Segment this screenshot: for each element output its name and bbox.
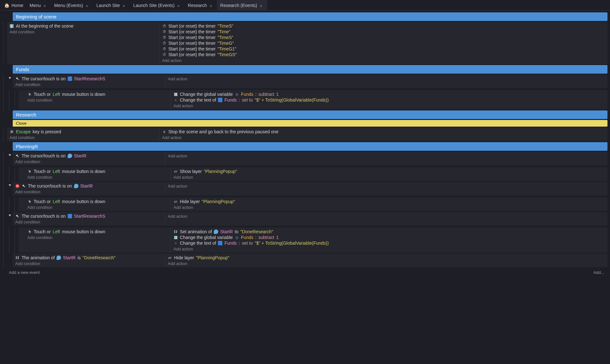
layer-icon xyxy=(173,169,178,174)
tab-menu-events[interactable]: Menu (Events) xyxy=(51,0,93,10)
close-icon[interactable] xyxy=(85,3,90,8)
condition-line[interactable]: The cursor/touch is on StartR xyxy=(15,153,162,159)
action-line[interactable]: Change the text of Funds: set to "$" + T… xyxy=(173,240,605,246)
add-condition-link[interactable]: Add condition xyxy=(15,82,40,87)
object-ref: Funds xyxy=(224,241,237,246)
action-line[interactable]: Start (or reset) the timer "TimeS" xyxy=(162,23,605,29)
event-row[interactable]: The cursor/touch is on StartR Add condit… xyxy=(13,152,607,165)
action-line[interactable]: Change the global variable Funds: subtra… xyxy=(173,235,605,240)
tab-home[interactable]: 🏠 Home xyxy=(1,0,26,10)
add-new-event-link[interactable]: Add a new event xyxy=(9,269,40,275)
pause-icon xyxy=(162,129,166,134)
tab-launch-site[interactable]: Launch Site xyxy=(93,0,130,10)
tab-research-events[interactable]: Research (Events) xyxy=(217,0,267,10)
condition-line[interactable]: The cursor/touch is on StartResearchS xyxy=(15,213,162,219)
comment-bar[interactable]: Close xyxy=(13,120,607,127)
tab-label: Home xyxy=(11,3,23,8)
add-condition-link[interactable]: Add condition xyxy=(27,97,52,103)
action-line[interactable]: Start (or reset) the timer "TimeGS" xyxy=(162,52,605,57)
condition-line[interactable]: Touch or Left mouse button is down xyxy=(27,169,168,174)
close-icon[interactable] xyxy=(43,3,48,8)
add-condition-link[interactable]: Add condition xyxy=(27,235,52,240)
layer-icon xyxy=(168,255,172,260)
tab-research[interactable]: Research xyxy=(185,0,217,10)
add-action-link[interactable]: Add action xyxy=(173,204,193,210)
condition-line[interactable]: The cursor/touch is on StartR xyxy=(15,183,162,189)
event-row[interactable]: The cursor/touch is on StartResearchS Ad… xyxy=(13,75,607,88)
add-action-link[interactable]: Add action xyxy=(168,213,187,219)
fold-toggle[interactable] xyxy=(7,212,13,216)
tab-menu[interactable]: Menu xyxy=(26,0,51,10)
action-line[interactable]: Change the global variable Funds: subtra… xyxy=(173,91,605,97)
group-header-planningr[interactable]: PlanningR xyxy=(13,142,607,151)
group-header-research[interactable]: Research xyxy=(13,110,607,119)
global-icon xyxy=(235,92,239,96)
event-row[interactable]: Touch or Left mouse button is down Add c… xyxy=(18,90,607,109)
fold-gutter xyxy=(1,65,7,66)
add-action-link[interactable]: Add action xyxy=(173,103,193,108)
tab-launch-site-events[interactable]: Launch Site (Events) xyxy=(130,0,185,10)
object-ref: Funds xyxy=(224,97,237,103)
action-line[interactable]: Start (or reset) the timer "TimeG1" xyxy=(162,46,605,52)
add-action-link[interactable]: Add action xyxy=(162,57,181,63)
action-line[interactable]: Hide layer "PlanningPopup" xyxy=(168,255,605,261)
fold-toggle[interactable] xyxy=(7,152,13,156)
group-header-beginning[interactable]: Beginning of scene xyxy=(13,12,607,21)
action-line[interactable]: Start (or reset) the timer "TimeG" xyxy=(162,40,605,46)
condition-line[interactable]: The cursor/touch is on StartResearchS xyxy=(15,76,162,82)
fold-gutter xyxy=(1,142,7,143)
timer-icon xyxy=(162,41,166,45)
condition-line[interactable]: At the beginning of the scene xyxy=(10,23,157,29)
add-action-link[interactable]: Add action xyxy=(162,135,181,140)
action-line[interactable]: Change the text of Funds: set to "$" + T… xyxy=(173,97,605,103)
add-action-link[interactable]: Add action xyxy=(168,153,187,158)
action-line[interactable]: Show layer "PlanningPopup" xyxy=(173,169,605,174)
action-line[interactable]: Stop the scene and go back to the previo… xyxy=(162,129,605,135)
event-row[interactable]: Escape key is pressed Add condition Stop… xyxy=(7,128,607,141)
event-row[interactable]: The cursor/touch is on StartR Add condit… xyxy=(13,182,607,195)
close-icon[interactable] xyxy=(260,3,264,8)
add-action-link[interactable]: Add action xyxy=(168,76,187,81)
add-dots-link[interactable]: Add... xyxy=(593,269,604,275)
fold-toggle[interactable] xyxy=(7,182,13,186)
events-area: Beginning of scene At the beginning of t… xyxy=(0,10,610,279)
group-header-funds[interactable]: Funds xyxy=(13,65,607,74)
action-line[interactable]: Start (or reset) the timer "Time" xyxy=(162,29,605,35)
sprite-icon xyxy=(218,98,222,102)
condition-line[interactable]: Touch or Left mouse button is down xyxy=(27,229,168,235)
action-line[interactable]: Hide layer "PlanningPopup" xyxy=(173,199,605,204)
event-row[interactable]: Touch or Left mouse button is down Add c… xyxy=(18,167,607,181)
close-icon[interactable] xyxy=(209,3,214,8)
condition-line[interactable]: Touch or Left mouse button is down xyxy=(27,91,168,97)
conditions-column: Touch or Left mouse button is down Add c… xyxy=(18,90,171,109)
event-row[interactable]: Touch or Left mouse button is down Add c… xyxy=(18,197,607,211)
add-condition-link[interactable]: Add condition xyxy=(27,204,52,210)
add-condition-link[interactable]: Add condition xyxy=(15,189,40,194)
event-row[interactable]: Touch or Left mouse button is down Add c… xyxy=(18,228,607,253)
add-condition-link[interactable]: Add condition xyxy=(10,29,35,34)
action-line[interactable]: Set animation of StartR to "DoneResearch… xyxy=(173,229,605,235)
add-condition-link[interactable]: Add condition xyxy=(27,174,52,180)
fold-toggle[interactable] xyxy=(7,75,13,79)
add-action-link[interactable]: Add action xyxy=(173,174,193,180)
add-action-link[interactable]: Add action xyxy=(168,183,187,189)
close-icon[interactable] xyxy=(177,3,181,8)
add-action-link[interactable]: Add action xyxy=(168,261,187,266)
add-condition-link[interactable]: Add condition xyxy=(15,159,40,164)
close-icon[interactable] xyxy=(122,3,127,8)
add-condition-link[interactable]: Add condition xyxy=(15,261,40,266)
add-action-link[interactable]: Add action xyxy=(173,246,193,251)
condition-line[interactable]: Escape key is pressed xyxy=(10,129,157,135)
event-row[interactable]: At the beginning of the scene Add condit… xyxy=(7,22,607,64)
timer-icon xyxy=(162,47,166,51)
cursor-icon xyxy=(15,214,20,218)
condition-line[interactable]: Touch or Left mouse button is down xyxy=(27,199,168,204)
add-condition-link[interactable]: Add condition xyxy=(10,135,35,140)
event-row[interactable]: The animation of StartR is "DoneResearch… xyxy=(13,254,607,267)
event-row[interactable]: The cursor/touch is on StartResearchS Ad… xyxy=(13,212,607,226)
variable-icon xyxy=(173,235,178,240)
action-line[interactable]: Start (or reset) the timer "TimeS" xyxy=(162,35,605,40)
condition-line[interactable]: The animation of StartR is "DoneResearch… xyxy=(15,255,162,261)
actions-column: Add action xyxy=(165,75,607,88)
add-condition-link[interactable]: Add condition xyxy=(15,219,40,224)
